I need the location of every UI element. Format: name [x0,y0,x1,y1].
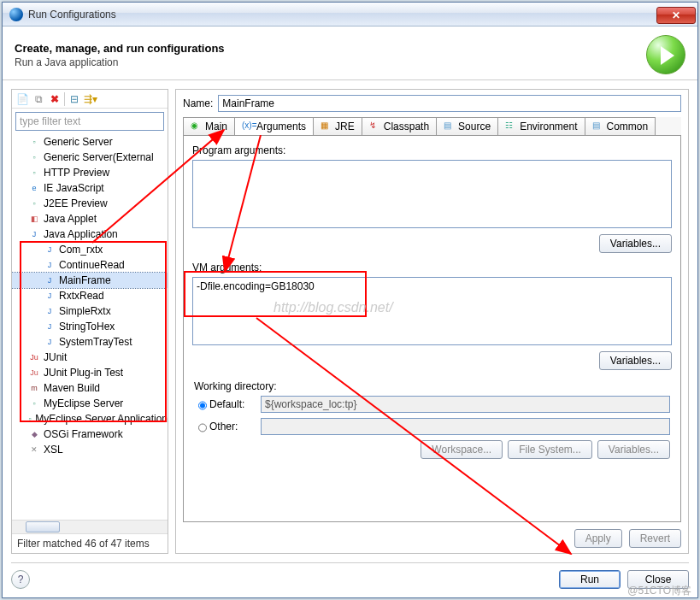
tree-item[interactable]: JCom_rxtx [12,242,168,257]
tree-item-label: StringToHex [59,321,115,332]
filter-menu-button[interactable]: ⇶▾ [84,92,97,106]
junit-icon: Ju [27,350,41,364]
tree-item-label: RxtxRead [59,290,104,302]
tree-item[interactable]: ▫J2EE Preview [12,196,168,211]
tree-item-label: JUnit Plug-in Test [44,367,123,379]
java-run-icon: J [43,335,56,349]
tree-item-label: SimpleRxtx [59,305,111,317]
tree-item[interactable]: JSystemTrayTest [12,334,168,350]
tree-item-label: MyEclipse Server [44,397,123,409]
vm-args-textarea[interactable] [192,277,672,345]
tree-item[interactable]: eIE JavaScript [12,180,168,196]
tree-item-label: SystemTrayTest [59,336,132,348]
server-icon: ▫ [27,135,41,149]
config-tree[interactable]: ▫Generic Server▫Generic Server(External▫… [12,134,168,520]
common-icon: ▤ [592,121,604,132]
tree-item[interactable]: ▫Generic Server [12,134,168,150]
java-run-icon: J [43,304,56,318]
tab-main[interactable]: ◉Main [183,117,235,135]
java-run-icon: J [43,258,56,272]
args-icon: (x)= [242,121,254,132]
apply-button[interactable]: Apply [574,529,622,548]
vm-vars-button[interactable]: Variables... [599,351,672,370]
main-icon: ◉ [191,121,203,132]
tab-label: Common [607,121,649,132]
tab-source[interactable]: ▤Source [436,117,498,135]
collapse-all-button[interactable]: ⊟ [68,92,81,106]
wd-filesystem-button[interactable]: File System... [508,440,592,459]
tree-item[interactable]: mMaven Build [12,380,168,396]
tree-item[interactable]: ▫HTTP Preview [12,165,168,180]
tree-item[interactable]: ◧Java Applet [12,211,168,226]
tab-arguments[interactable]: (x)=Arguments [234,117,314,135]
left-toolbar: 📄 ⧉ ✖ ⊟ ⇶▾ [12,90,168,109]
program-vars-button[interactable]: Variables... [599,234,672,253]
classpath-icon: ↯ [369,121,381,132]
program-args-label: Program arguments: [192,144,672,156]
filter-input[interactable]: type filter text [15,112,164,131]
tab-jre[interactable]: ▦JRE [313,117,362,135]
wd-workspace-button[interactable]: Workspace... [421,440,503,459]
tree-item[interactable]: JSimpleRxtx [12,303,168,319]
tab-common[interactable]: ▤Common [585,117,656,135]
tab-strip: ◉Main(x)=Arguments▦JRE↯Classpath▤Source☷… [183,117,681,136]
run-button[interactable]: Run [559,570,621,589]
jre-icon: ▦ [321,121,332,132]
tab-label: Classpath [384,121,429,132]
help-button[interactable]: ? [11,570,30,589]
tab-environment[interactable]: ☷Environment [497,117,585,135]
tree-item-label: Com_rxtx [59,244,103,256]
program-args-textarea[interactable] [192,160,672,228]
server-icon: ▫ [27,197,41,210]
tree-item-label: XSL [44,444,63,456]
tab-classpath[interactable]: ↯Classpath [362,117,437,135]
java-run-icon: J [43,320,56,333]
tree-item[interactable]: ◆OSGi Framework [12,426,168,442]
java-app-icon: J [27,227,41,241]
tree-item[interactable]: ✕XSL [12,442,168,457]
wd-other-value [261,418,670,435]
name-input[interactable] [218,95,681,112]
name-label: Name: [183,97,213,109]
run-orb-icon [646,35,685,74]
tree-item[interactable]: JMainFrame [12,273,168,288]
tree-item[interactable]: JRxtxRead [12,288,168,303]
tree-item-label: IE JavaScript [44,182,104,194]
tree-scrollbar[interactable] [12,520,168,533]
left-pane: 📄 ⧉ ✖ ⊟ ⇶▾ type filter text ▫Generic Ser… [11,89,168,554]
window-close-button[interactable]: ✕ [656,7,696,24]
tree-item[interactable]: JStringToHex [12,319,168,334]
working-dir-label: Working directory: [194,380,670,392]
revert-button[interactable]: Revert [629,529,681,548]
tree-item[interactable]: JuJUnit Plug-in Test [12,365,168,380]
delete-config-button[interactable]: ✖ [48,92,62,106]
dialog-header: Create, manage, and run configurations R… [3,26,697,80]
ie-icon: e [27,181,41,195]
filter-status: Filter matched 46 of 47 items [12,533,168,553]
duplicate-config-button[interactable]: ⧉ [32,92,45,106]
wd-variables-button[interactable]: Variables... [597,440,670,459]
tab-label: Arguments [256,121,306,132]
tree-item-label: Generic Server [44,136,113,148]
close-button[interactable]: Close [627,570,689,589]
header-title: Create, manage, and run configurations [15,42,225,55]
applet-icon: ◧ [27,212,41,226]
tree-item-label: MainFrame [59,274,111,286]
tree-item[interactable]: ▫Generic Server(External [12,150,168,165]
new-config-button[interactable]: 📄 [15,92,29,106]
tree-item[interactable]: JJava Application [12,226,168,242]
server-icon: ▫ [27,412,32,426]
tree-item-label: J2EE Preview [44,197,108,209]
tree-item-label: Java Applet [44,213,97,225]
tree-item[interactable]: ▫MyEclipse Server [12,396,168,411]
tree-item-label: Maven Build [44,382,100,394]
tree-item[interactable]: JContinueRead [12,257,168,273]
junit-plugin-icon: Ju [27,366,41,379]
tree-item[interactable]: JuJUnit [12,350,168,365]
tree-item[interactable]: ▫MyEclipse Server Application [12,411,168,426]
wd-default-radio[interactable] [198,400,207,411]
tree-item-label: Generic Server(External [44,151,154,163]
server-icon: ▫ [27,166,41,179]
wd-other-radio[interactable] [198,422,207,433]
osgi-icon: ◆ [27,427,41,441]
